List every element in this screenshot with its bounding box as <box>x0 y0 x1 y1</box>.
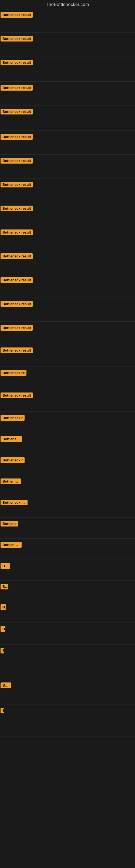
bottleneck-item-10[interactable]: Bottleneck result <box>0 227 135 250</box>
site-title: TheBottlenecker.com <box>0 0 135 9</box>
bottleneck-badge-29[interactable]: B <box>1 648 4 653</box>
bottleneck-badge-20[interactable]: Bottleneck r <box>1 457 25 463</box>
bottleneck-badge-27[interactable]: B <box>1 604 6 610</box>
bottleneck-badge-13[interactable]: Bottleneck result <box>1 301 33 307</box>
bottleneck-badge-3[interactable]: Bottleneck result <box>1 60 33 65</box>
bottleneck-item-12[interactable]: Bottleneck result <box>0 275 135 298</box>
bottleneck-item-6[interactable]: Bottleneck result <box>0 131 135 155</box>
bottleneck-item-14[interactable]: Bottleneck result <box>0 322 135 344</box>
bottleneck-badge-6[interactable]: Bottleneck result <box>1 134 33 140</box>
bottleneck-badge-4[interactable]: Bottleneck result <box>1 85 33 91</box>
bottleneck-badge-24[interactable]: Bottleneck <box>1 542 21 548</box>
bottleneck-badge-18[interactable]: Bottleneck r <box>1 415 25 421</box>
bottleneck-badge-21[interactable]: Bottleneck <box>1 478 21 484</box>
bottleneck-badge-7[interactable]: Bottleneck result <box>1 158 33 163</box>
bottleneck-item-30[interactable]: Bottl <box>0 680 135 705</box>
bottleneck-item-24[interactable]: Bottleneck <box>0 539 135 560</box>
bottleneck-badge-15[interactable]: Bottleneck result <box>1 347 33 353</box>
bottleneck-badge-22[interactable]: Bottleneck res <box>1 500 28 505</box>
bottleneck-item-16[interactable]: Bottleneck re <box>0 367 135 389</box>
bottleneck-item-29[interactable]: B <box>0 645 135 679</box>
bottleneck-badge-28[interactable]: B <box>1 626 5 632</box>
bottleneck-badge-17[interactable]: Bottleneck result <box>1 393 33 398</box>
results-list: Bottleneck resultBottleneck resultBottle… <box>0 9 135 818</box>
bottleneck-item-4[interactable]: Bottleneck result <box>0 82 135 105</box>
bottleneck-item-15[interactable]: Bottleneck result <box>0 345 135 367</box>
bottleneck-badge-19[interactable]: Bottleneck <box>1 436 22 442</box>
bottleneck-item-8[interactable]: Bottleneck result <box>0 179 135 203</box>
bottleneck-badge-23[interactable]: Bottlene <box>1 521 18 527</box>
bottleneck-item-19[interactable]: Bottleneck <box>0 433 135 454</box>
bottleneck-badge-1[interactable]: Bottleneck result <box>1 12 33 18</box>
bottleneck-item-22[interactable]: Bottleneck res <box>0 497 135 518</box>
bottleneck-item-23[interactable]: Bottlene <box>0 518 135 539</box>
bottleneck-item-17[interactable]: Bottleneck result <box>0 390 135 412</box>
bottleneck-item-1[interactable]: Bottleneck result <box>0 9 135 33</box>
bottleneck-badge-30[interactable]: Bottl <box>1 682 11 688</box>
bottleneck-item-2[interactable]: Bottleneck result <box>0 33 135 56</box>
bottleneck-badge-2[interactable]: Bottleneck result <box>1 36 33 41</box>
bottleneck-badge-11[interactable]: Bottleneck result <box>1 253 33 259</box>
bottleneck-item-21[interactable]: Bottleneck <box>0 476 135 496</box>
bottleneck-item-20[interactable]: Bottleneck r <box>0 455 135 475</box>
bottleneck-item-7[interactable]: Bottleneck result <box>0 155 135 179</box>
bottleneck-badge-12[interactable]: Bottleneck result <box>1 277 33 283</box>
bottleneck-item-26[interactable]: Bo <box>0 581 135 601</box>
bottleneck-badge-31[interactable]: B <box>1 708 4 713</box>
bottleneck-item-31[interactable]: B <box>0 705 135 737</box>
bottleneck-item-9[interactable]: Bottleneck result <box>0 203 135 226</box>
bottleneck-item-25[interactable]: Bot <box>0 560 135 581</box>
bottleneck-item-3[interactable]: Bottleneck result <box>0 57 135 82</box>
bottleneck-badge-14[interactable]: Bottleneck result <box>1 325 33 331</box>
bottleneck-badge-5[interactable]: Bottleneck result <box>1 109 33 115</box>
bottleneck-item-5[interactable]: Bottleneck result <box>0 106 135 131</box>
bottleneck-item-27[interactable]: B <box>0 601 135 623</box>
bottleneck-badge-25[interactable]: Bot <box>1 563 10 569</box>
bottleneck-badge-16[interactable]: Bottleneck re <box>1 370 27 376</box>
bottleneck-item-28[interactable]: B <box>0 623 135 645</box>
bottleneck-badge-26[interactable]: Bo <box>1 584 8 589</box>
bottleneck-item-11[interactable]: Bottleneck result <box>0 251 135 274</box>
bottleneck-item-18[interactable]: Bottleneck r <box>0 412 135 433</box>
bottleneck-badge-8[interactable]: Bottleneck result <box>1 182 33 187</box>
site-header: TheBottlenecker.com <box>0 0 135 9</box>
bottleneck-item-13[interactable]: Bottleneck result <box>0 299 135 322</box>
bottleneck-badge-10[interactable]: Bottleneck result <box>1 229 33 235</box>
bottleneck-badge-9[interactable]: Bottleneck result <box>1 206 33 211</box>
